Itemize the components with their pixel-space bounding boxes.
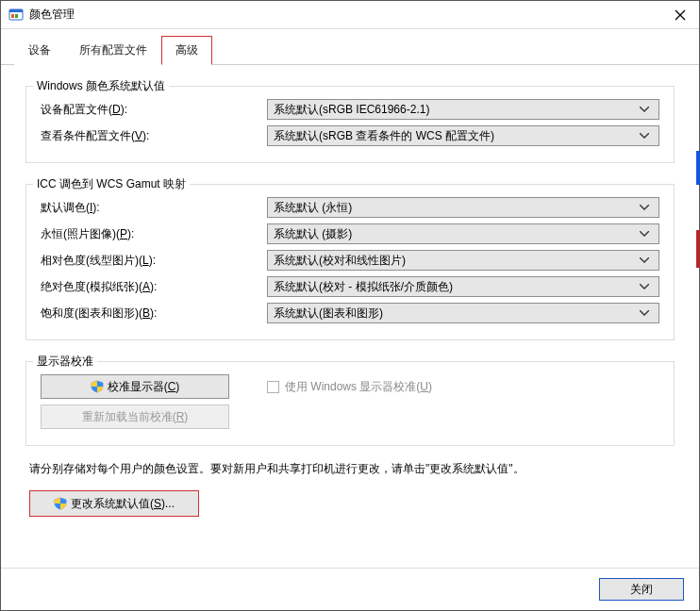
- row-default-render: 默认调色(I): 系统默认 (永恒): [41, 197, 659, 218]
- select-device-profile[interactable]: 系统默认(sRGB IEC61966-2.1): [267, 99, 659, 120]
- row-absolute-colorimetric: 绝对色度(模拟纸张)(A): 系统默认(校对 - 模拟纸张/介质颜色): [41, 276, 659, 297]
- group-gamut-legend: ICC 调色到 WCS Gamut 映射: [33, 176, 190, 192]
- row-relative-colorimetric: 相对色度(线型图片)(L): 系统默认(校对和线性图片): [41, 250, 659, 271]
- chevron-down-icon: [636, 231, 653, 237]
- group-windows-defaults: Windows 颜色系统默认值 设备配置文件(D): 系统默认(sRGB IEC…: [25, 78, 675, 163]
- close-icon: [675, 9, 686, 21]
- tab-advanced[interactable]: 高级: [161, 36, 212, 65]
- label-perceptual: 永恒(照片图像)(P):: [41, 226, 267, 242]
- calibrate-display-button[interactable]: 校准显示器(C): [41, 374, 229, 399]
- chevron-down-icon: [636, 257, 653, 263]
- reload-calibration-button: 重新加载当前校准(R): [41, 405, 229, 429]
- window-close-button[interactable]: [661, 1, 699, 29]
- shield-icon: [91, 380, 104, 393]
- label-absolute-colorimetric: 绝对色度(模拟纸张)(A):: [41, 279, 267, 295]
- group-gamut-mapping: ICC 调色到 WCS Gamut 映射 默认调色(I): 系统默认 (永恒) …: [25, 176, 675, 340]
- edge-accent-red: [696, 230, 700, 268]
- row-viewing-profile: 查看条件配置文件(V): 系统默认(sRGB 查看条件的 WCS 配置文件): [41, 125, 659, 146]
- svg-rect-1: [9, 9, 23, 12]
- chevron-down-icon: [636, 205, 653, 210]
- select-saturation[interactable]: 系统默认(图表和图形): [267, 303, 659, 323]
- select-relative-colorimetric[interactable]: 系统默认(校对和线性图片): [267, 250, 659, 271]
- checkbox-box: [267, 381, 279, 393]
- close-button[interactable]: 关闭: [599, 578, 684, 601]
- note-text: 请分别存储对每个用户的颜色设置。要对新用户和共享打印机进行更改，请单击"更改系统…: [25, 461, 675, 477]
- color-management-window: 颜色管理 设备 所有配置文件 高级 Windows 颜色系统默认值 设备配置文件…: [0, 0, 700, 611]
- tab-bar: 设备 所有配置文件 高级: [1, 29, 699, 65]
- change-system-defaults-button[interactable]: 更改系统默认值(S)...: [29, 490, 199, 517]
- select-default-render[interactable]: 系统默认 (永恒): [267, 197, 659, 218]
- label-relative-colorimetric: 相对色度(线型图片)(L):: [41, 253, 267, 269]
- select-absolute-colorimetric[interactable]: 系统默认(校对 - 模拟纸张/介质颜色): [267, 276, 659, 297]
- chevron-down-icon: [636, 133, 653, 139]
- group-calibration-legend: 显示器校准: [33, 354, 97, 370]
- label-device-profile: 设备配置文件(D):: [41, 102, 267, 118]
- chevron-down-icon: [636, 310, 653, 316]
- group-display-calibration: 显示器校准 校准显示器(C): [25, 354, 675, 446]
- select-viewing-profile[interactable]: 系统默认(sRGB 查看条件的 WCS 配置文件): [267, 125, 659, 146]
- chevron-down-icon: [636, 284, 653, 289]
- row-device-profile: 设备配置文件(D): 系统默认(sRGB IEC61966-2.1): [41, 99, 659, 120]
- shield-icon: [54, 497, 67, 510]
- bottom-bar: 关闭: [1, 568, 699, 610]
- select-perceptual[interactable]: 系统默认 (摄影): [267, 223, 659, 244]
- titlebar: 颜色管理: [1, 1, 699, 29]
- window-title: 颜色管理: [29, 7, 692, 23]
- row-saturation: 饱和度(图表和图形)(B): 系统默认(图表和图形): [41, 303, 659, 323]
- group-windows-defaults-legend: Windows 颜色系统默认值: [33, 78, 169, 94]
- label-saturation: 饱和度(图表和图形)(B):: [41, 306, 267, 322]
- row-perceptual: 永恒(照片图像)(P): 系统默认 (摄影): [41, 223, 659, 244]
- svg-rect-3: [15, 14, 18, 18]
- svg-rect-2: [11, 14, 14, 18]
- chevron-down-icon: [636, 107, 653, 112]
- tab-all-profiles[interactable]: 所有配置文件: [65, 36, 161, 65]
- app-icon: [8, 8, 24, 23]
- tab-device[interactable]: 设备: [14, 36, 65, 65]
- edge-accent-blue: [696, 151, 700, 185]
- use-windows-calibration-checkbox[interactable]: 使用 Windows 显示器校准(U): [267, 379, 432, 395]
- label-viewing-profile: 查看条件配置文件(V):: [41, 128, 267, 144]
- content-area: Windows 颜色系统默认值 设备配置文件(D): 系统默认(sRGB IEC…: [1, 65, 699, 568]
- label-default-render: 默认调色(I):: [41, 200, 267, 216]
